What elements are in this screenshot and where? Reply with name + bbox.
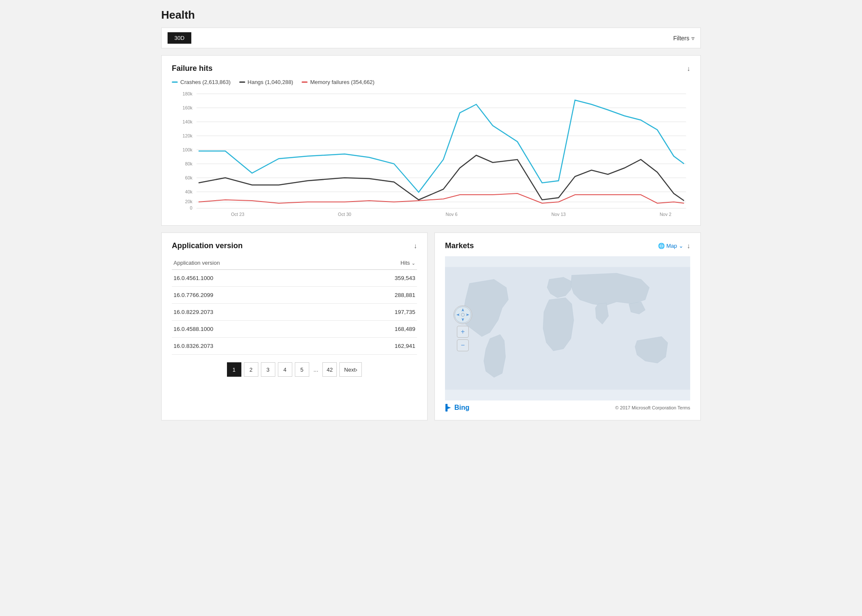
svg-text:Oct 30: Oct 30 [338,212,351,217]
page-2-button[interactable]: 2 [244,362,258,377]
svg-text:80k: 80k [185,161,193,166]
toolbar: 30D Filters ▿ [161,28,701,48]
page-last-button[interactable]: 42 [322,362,337,377]
page-3-button[interactable]: 3 [261,362,275,377]
period-button[interactable]: 30D [168,32,191,44]
svg-text:180k: 180k [182,91,193,96]
svg-text:0: 0 [190,205,193,210]
hits-cell: 168,489 [337,321,417,338]
svg-text:160k: 160k [182,105,193,110]
next-arrow-icon: › [355,367,357,373]
svg-text:100k: 100k [182,147,193,152]
page-5-button[interactable]: 5 [295,362,309,377]
svg-text:40k: 40k [185,189,193,194]
chevron-down-icon: ⌄ [679,243,683,249]
copyright-text: © 2017 Microsoft Corporation Terms [615,405,690,410]
version-cell: 16.0.4561.1000 [172,270,337,287]
pagination-ellipsis: ... [312,366,320,373]
svg-text:120k: 120k [182,133,193,138]
table-row: 16.0.4561.1000 359,543 [172,270,417,287]
failure-hits-title: Failure hits [172,64,213,73]
hits-cell: 359,543 [337,270,417,287]
map-label: Map [666,243,677,249]
legend-hangs: Hangs (1,040,288) [239,79,294,85]
legend-crashes: Crashes (2,613,863) [172,79,231,85]
col-version-header: Application version [172,256,337,270]
svg-text:140k: 140k [182,119,193,124]
table-row: 16.0.8326.2073 162,941 [172,338,417,355]
chart-legend: Crashes (2,613,863) Hangs (1,040,288) Me… [172,79,690,85]
version-cell: 16.0.8326.2073 [172,338,337,355]
version-cell: 16.0.7766.2099 [172,287,337,304]
markets-header: Markets 🌐 Map ⌄ ↓ [445,241,690,250]
zoom-in-button[interactable]: + [457,326,469,338]
version-cell: 16.0.8229.2073 [172,304,337,321]
app-version-title: Application version [172,241,243,250]
legend-crashes-label: Crashes (2,613,863) [180,79,231,85]
table-row: 16.0.7766.2099 288,881 [172,287,417,304]
legend-memory: Memory failures (354,662) [302,79,375,85]
hits-cell: 197,735 [337,304,417,321]
filters-label: Filters [673,35,689,42]
sort-arrow-icon: ⌄ [411,260,415,266]
page-title: Health [161,8,701,22]
memory-color [302,81,308,83]
failure-hits-header: Failure hits ↓ [172,64,690,73]
bottom-panels: Application version ↓ Application versio… [161,232,701,427]
markets-download-icon[interactable]: ↓ [687,242,690,250]
filters-button[interactable]: Filters ▿ [673,35,694,42]
failure-hits-chart: 180k 160k 140k 120k 100k 80k 60k 40k 20k… [172,90,690,217]
zoom-out-button[interactable]: − [457,339,469,351]
failure-hits-download-icon[interactable]: ↓ [687,65,690,73]
bing-text: Bing [454,404,470,412]
markets-title: Markets [445,241,474,250]
svg-text:Oct 23: Oct 23 [231,212,244,217]
crashes-color [172,81,178,83]
map-controls: 🌐 Map ⌄ ↓ [658,242,690,250]
app-version-section: Application version ↓ Application versio… [161,232,428,420]
hits-cell: 162,941 [337,338,417,355]
hangs-color [239,81,245,83]
svg-text:Nov 6: Nov 6 [446,212,458,217]
svg-text:60k: 60k [185,175,193,180]
map-navigation: + − [453,305,472,351]
page-4-button[interactable]: 4 [278,362,292,377]
markets-section: Markets 🌐 Map ⌄ ↓ [434,232,701,420]
version-cell: 16.0.4588.1000 [172,321,337,338]
legend-memory-label: Memory failures (354,662) [310,79,375,85]
app-version-download-icon[interactable]: ↓ [414,242,417,250]
svg-rect-32 [445,404,448,412]
map-toggle-button[interactable]: 🌐 Map ⌄ [658,243,683,249]
page-1-button[interactable]: 1 [227,362,241,377]
svg-text:20k: 20k [185,199,193,204]
col-hits-header[interactable]: Hits ⌄ [337,256,417,270]
failure-hits-section: Failure hits ↓ Crashes (2,613,863) Hangs… [161,55,701,226]
map-container: + − [445,256,690,400]
next-button[interactable]: Next › [339,362,362,377]
svg-point-31 [461,313,465,316]
hits-cell: 288,881 [337,287,417,304]
app-version-header: Application version ↓ [172,241,417,250]
svg-text:Nov 2: Nov 2 [660,212,672,217]
pagination: 1 2 3 4 5 ... 42 Next › [172,362,417,377]
table-row: 16.0.4588.1000 168,489 [172,321,417,338]
legend-hangs-label: Hangs (1,040,288) [248,79,294,85]
table-row: 16.0.8229.2073 197,735 [172,304,417,321]
bing-footer: Bing © 2017 Microsoft Corporation Terms [445,404,690,412]
bing-logo: Bing [445,404,470,412]
app-version-table: Application version Hits ⌄ 16.0.4561.100… [172,256,417,355]
svg-text:Nov 13: Nov 13 [551,212,566,217]
filter-icon: ▿ [691,35,694,42]
globe-icon: 🌐 [658,243,665,249]
map-compass [453,305,472,324]
